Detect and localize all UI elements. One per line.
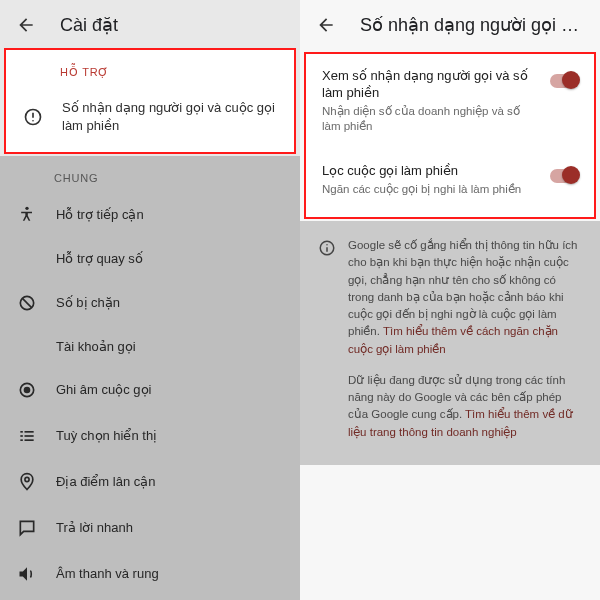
svg-point-7 <box>25 388 30 393</box>
svg-rect-11 <box>25 435 34 437</box>
display-options-row[interactable]: Tuỳ chọn hiển thị <box>0 413 300 459</box>
row-label: Âm thanh và rung <box>56 565 159 583</box>
row-label: Địa điểm lân cận <box>56 473 155 491</box>
svg-line-5 <box>22 298 31 307</box>
toggle-switch[interactable] <box>550 74 578 88</box>
nearby-places-row[interactable]: Địa điểm lân cận <box>0 459 300 505</box>
info-text-1: Google sẽ cố gắng hiển thị thông tin hữu… <box>348 239 578 337</box>
record-icon <box>16 379 38 401</box>
section-label-general: CHUNG <box>0 156 300 192</box>
svg-point-3 <box>25 207 28 210</box>
block-icon <box>16 292 38 314</box>
highlighted-settings-box: Xem số nhận dạng người gọi và số làm phi… <box>304 52 596 219</box>
row-label: Số bị chặn <box>56 294 120 312</box>
page-title: Cài đặt <box>60 14 118 36</box>
svg-point-2 <box>32 119 34 121</box>
setting-subtitle: Ngăn các cuộc gọi bị nghi là làm phiền <box>322 182 540 198</box>
section-label-support: HỖ TRỢ <box>6 50 294 87</box>
svg-point-14 <box>25 478 29 482</box>
dialing-assist-row[interactable]: Hỗ trợ quay số <box>0 238 300 280</box>
row-label: Ghi âm cuộc gọi <box>56 381 151 399</box>
info-icon <box>318 239 336 257</box>
info-block: Google sẽ cố gắng hiển thị thông tin hữu… <box>300 221 600 465</box>
blocked-numbers-row[interactable]: Số bị chặn <box>0 280 300 326</box>
location-icon <box>16 471 38 493</box>
svg-rect-10 <box>20 435 23 437</box>
svg-point-20 <box>326 244 328 246</box>
row-label: Hỗ trợ quay số <box>56 250 143 268</box>
calling-accounts-row[interactable]: Tài khoản gọi <box>0 326 300 368</box>
highlighted-support-section: HỖ TRỢ Số nhận dạng người gọi và cuộc gọ… <box>4 48 296 154</box>
toggle-switch[interactable] <box>550 169 578 183</box>
row-label: Số nhận dạng người gọi và cuộc gọi làm p… <box>62 99 278 134</box>
svg-rect-9 <box>25 431 34 433</box>
svg-rect-13 <box>25 440 34 442</box>
back-arrow-icon[interactable] <box>316 15 336 35</box>
page-title: Số nhận dạng người gọi và cuộ... <box>360 14 584 36</box>
caller-id-toggle-row[interactable]: Xem số nhận dạng người gọi và số làm phi… <box>306 54 594 149</box>
back-arrow-icon[interactable] <box>16 15 36 35</box>
setting-subtitle: Nhận diện số của doanh nghiệp và số làm … <box>322 104 540 135</box>
quick-responses-row[interactable]: Trả lời nhanh <box>0 505 300 551</box>
accessibility-icon <box>16 204 38 226</box>
spam-filter-toggle-row[interactable]: Lọc cuộc gọi làm phiền Ngăn các cuộc gọi… <box>306 149 594 211</box>
setting-title: Lọc cuộc gọi làm phiền <box>322 163 540 180</box>
setting-title: Xem số nhận dạng người gọi và số làm phi… <box>322 68 540 102</box>
call-recording-row[interactable]: Ghi âm cuộc gọi <box>0 367 300 413</box>
sound-icon <box>16 563 38 585</box>
row-label: Tài khoản gọi <box>56 338 136 356</box>
chat-icon <box>16 517 38 539</box>
row-label: Tuỳ chọn hiển thị <box>56 427 157 445</box>
svg-rect-12 <box>20 440 23 442</box>
sounds-vibration-row[interactable]: Âm thanh và rung <box>0 551 300 597</box>
row-label: Trả lời nhanh <box>56 519 133 537</box>
row-label: Hỗ trợ tiếp cận <box>56 206 144 224</box>
caller-id-spam-row[interactable]: Số nhận dạng người gọi và cuộc gọi làm p… <box>6 87 294 146</box>
accessibility-row[interactable]: Hỗ trợ tiếp cận <box>0 192 300 238</box>
alert-icon <box>22 106 44 128</box>
svg-rect-8 <box>20 431 23 433</box>
list-icon <box>16 425 38 447</box>
